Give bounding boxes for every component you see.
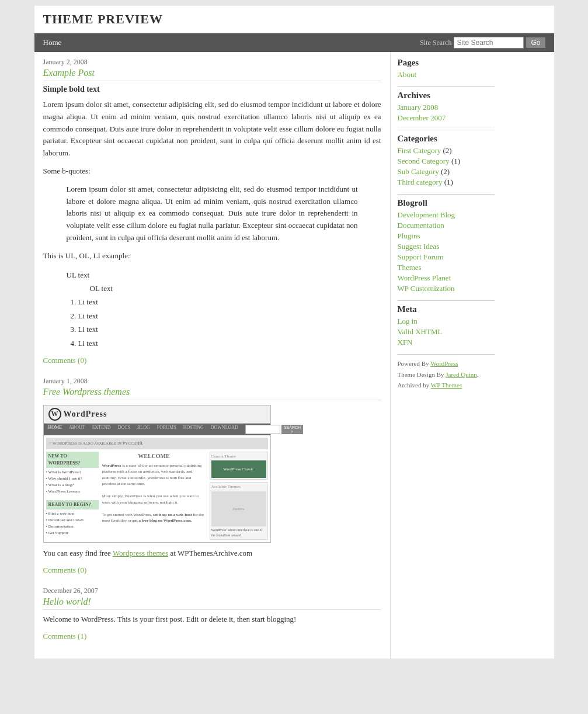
list-item: Valid XHTML bbox=[398, 327, 495, 337]
post-body-2: You can easy find free Wordpress themes … bbox=[43, 547, 381, 560]
post-list-label: This is UL, OL, LI example: bbox=[43, 250, 381, 262]
sidebar-cat-second-count: (1) bbox=[451, 157, 460, 165]
list-item: Documentation bbox=[398, 221, 495, 230]
sidebar-archives: Archives January 2008 December 2007 bbox=[398, 91, 495, 123]
sidebar-divider-4 bbox=[398, 300, 495, 301]
sidebar-pages: Pages About bbox=[398, 58, 495, 79]
wp-welcome-title: WELCOME bbox=[102, 452, 206, 460]
navbar: Home Site Search Go bbox=[34, 33, 554, 52]
post-list: UL text OL text Li text Li text Li text … bbox=[67, 268, 381, 350]
search-go-button[interactable]: Go bbox=[526, 37, 545, 48]
list-item: WP Customization bbox=[398, 284, 495, 293]
sidebar-blogroll-wp-planet[interactable]: WordPress Planet bbox=[398, 273, 451, 282]
wp-ready-link-2: • Download and Install bbox=[46, 517, 99, 524]
wp-nav-home: HOME bbox=[48, 425, 62, 434]
sidebar-cat-sub[interactable]: Sub Category bbox=[398, 167, 439, 176]
wp-available-themes: Available Themes themes WordPress' admin… bbox=[210, 482, 268, 540]
post-title-2[interactable]: Free Wordpress themes bbox=[43, 387, 381, 400]
sidebar-blogroll-suggest[interactable]: Suggest Ideas bbox=[398, 242, 440, 251]
content-area: January 2, 2008 Example Post Simple bold… bbox=[34, 52, 554, 658]
sidebar-cat-first[interactable]: First Category bbox=[398, 146, 441, 155]
sidebar-archive-dec2007[interactable]: December 2007 bbox=[398, 113, 446, 122]
sidebar-meta-xhtml[interactable]: Valid XHTML bbox=[398, 327, 443, 336]
list-item: XFN bbox=[398, 338, 495, 347]
sidebar-blogroll: Blogroll Development Blog Documentation … bbox=[398, 198, 495, 293]
list-item: January 2008 bbox=[398, 103, 495, 112]
sidebar-meta-xfn[interactable]: XFN bbox=[398, 338, 413, 346]
post-hello-world: December 26, 2007 Hello world! Welcome t… bbox=[43, 587, 381, 641]
wp-logo-text: WordPress bbox=[64, 410, 107, 419]
post-date-3: December 26, 2007 bbox=[43, 587, 381, 595]
wp-nav-blog: BLOG bbox=[137, 425, 150, 434]
wp-search-input[interactable] bbox=[245, 425, 280, 434]
wp-link-3: • What is a blog? bbox=[46, 482, 99, 488]
sidebar-archives-list: January 2008 December 2007 bbox=[398, 103, 495, 123]
sidebar-cat-first-count: (2) bbox=[443, 146, 452, 155]
search-input[interactable] bbox=[454, 37, 524, 48]
post-title-1[interactable]: Example Post bbox=[43, 68, 381, 81]
sidebar-blogroll-docs[interactable]: Documentation bbox=[398, 221, 444, 230]
wp-ready-links: • Find a web host • Download and Install… bbox=[46, 511, 99, 537]
post-comments-2[interactable]: Comments (0) bbox=[43, 566, 381, 575]
site-title: Theme Preview bbox=[43, 12, 545, 27]
wordpress-link[interactable]: WordPress bbox=[430, 360, 458, 367]
powered-by-text: Powered By bbox=[398, 360, 429, 367]
wp-ready-title: READY TO BEGIN? bbox=[46, 500, 99, 509]
wp-link-1: • What is WordPress? bbox=[46, 469, 99, 476]
wordpress-themes-link[interactable]: Wordpress themes bbox=[113, 549, 168, 557]
sidebar-pages-title: Pages bbox=[398, 58, 495, 68]
sidebar-footer-text: Powered By WordPress Theme Design By Jar… bbox=[398, 358, 495, 391]
list-item: Li text bbox=[78, 309, 381, 323]
sidebar-page-about[interactable]: About bbox=[398, 70, 417, 79]
sidebar-categories-title: Categories bbox=[398, 134, 495, 144]
list-item: Third category (1) bbox=[398, 178, 495, 187]
sidebar-archive-jan2008[interactable]: January 2008 bbox=[398, 103, 439, 112]
list-item: WordPress Planet bbox=[398, 273, 495, 283]
post-title-3[interactable]: Hello world! bbox=[43, 597, 381, 610]
wp-ss-main-row: NEW TO WORDPRESS? • What is WordPress? •… bbox=[46, 452, 268, 540]
wp-ready-link-1: • Find a web host bbox=[46, 511, 99, 517]
wp-link-2: • Why should I use it? bbox=[46, 476, 99, 482]
sidebar-blogroll-support[interactable]: Support Forum bbox=[398, 252, 444, 261]
list-item: Sub Category (2) bbox=[398, 167, 495, 176]
list-item: First Category (2) bbox=[398, 146, 495, 155]
sidebar-meta-title: Meta bbox=[398, 304, 495, 314]
post-comments-3[interactable]: Comments (1) bbox=[43, 632, 381, 641]
wp-ss-right-col: Current Theme WordPress Classic Availabl… bbox=[210, 452, 268, 540]
designer-link[interactable]: Jared Quinn bbox=[446, 371, 476, 378]
sidebar-blogroll-themes[interactable]: Themes bbox=[398, 263, 422, 272]
wp-screenshot: W WordPress HOME ABOUT EXTEND DOCS BLOG … bbox=[43, 405, 271, 543]
sidebar-blogroll-wp-custom[interactable]: WP Customization bbox=[398, 284, 455, 293]
wp-current-theme-label: Current Theme bbox=[211, 453, 266, 460]
wp-logo-icon: W bbox=[48, 408, 61, 421]
sidebar-meta-login[interactable]: Log in bbox=[398, 317, 417, 325]
wp-ss-header: W WordPress bbox=[44, 405, 270, 424]
sidebar-archives-title: Archives bbox=[398, 91, 495, 100]
sidebar-cat-sub-count: (2) bbox=[441, 167, 450, 176]
sidebar-divider-2 bbox=[398, 130, 495, 130]
sidebar-divider-3 bbox=[398, 194, 495, 195]
wp-ss-links-col: NEW TO WORDPRESS? • What is WordPress? •… bbox=[46, 452, 99, 540]
sidebar-cat-second[interactable]: Second Category bbox=[398, 157, 450, 165]
home-nav-link[interactable]: Home bbox=[43, 38, 62, 47]
post-body-3: Welcome to WordPress. This is your first… bbox=[43, 614, 381, 626]
wp-logo-area: W WordPress bbox=[48, 408, 107, 421]
sidebar-pages-list: About bbox=[398, 70, 495, 79]
post-comments-1[interactable]: Comments (0) bbox=[43, 356, 381, 365]
list-item: Plugins bbox=[398, 231, 495, 241]
archive-link[interactable]: WP Themes bbox=[431, 382, 462, 389]
list-item: Li text bbox=[78, 323, 381, 336]
wp-nav-search: SEARCH » bbox=[245, 425, 303, 434]
sidebar: Pages About Archives January 2008 Decemb… bbox=[391, 52, 502, 658]
list-item: About bbox=[398, 70, 495, 79]
wp-nav-about: ABOUT bbox=[69, 425, 85, 434]
sidebar-blogroll-title: Blogroll bbox=[398, 198, 495, 208]
post-date-2: January 1, 2008 bbox=[43, 377, 381, 386]
wp-themes-desc: WordPress' admin interface is one of the… bbox=[211, 528, 266, 538]
sidebar-meta-list: Log in Valid XHTML XFN bbox=[398, 317, 495, 347]
wp-search-button[interactable]: SEARCH » bbox=[281, 425, 303, 434]
wp-current-theme: Current Theme WordPress Classic bbox=[210, 452, 268, 480]
sidebar-blogroll-dev[interactable]: Development Blog bbox=[398, 210, 455, 219]
sidebar-blogroll-plugins[interactable]: Plugins bbox=[398, 231, 420, 240]
sidebar-cat-third[interactable]: Third category bbox=[398, 178, 443, 186]
